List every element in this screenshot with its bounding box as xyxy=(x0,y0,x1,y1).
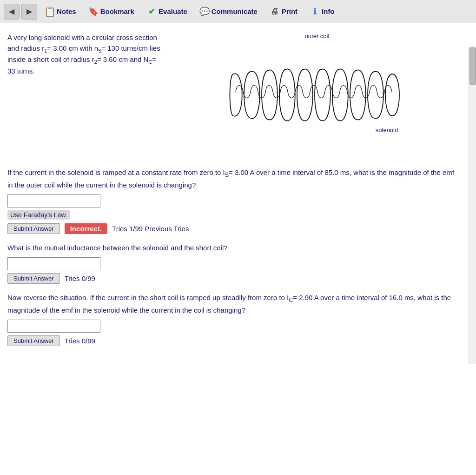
solenoid-text: solenoid xyxy=(376,127,398,134)
diagram-area: outer coil xyxy=(175,33,459,144)
bookmark-button[interactable]: 🔖 Bookmark xyxy=(84,5,139,19)
question3-tries: Tries 0/99 xyxy=(65,337,95,345)
print-label: Print xyxy=(282,7,298,15)
forward-button[interactable]: ▶ xyxy=(21,4,37,20)
question3-input[interactable] xyxy=(7,320,100,333)
question2-submit-button[interactable]: Submit Answer xyxy=(7,273,60,284)
bookmark-icon: 🔖 xyxy=(88,7,99,17)
nav-buttons: ◀ ▶ xyxy=(4,4,37,20)
toolbar: ◀ ▶ 📋 Notes 🔖 Bookmark ✔ Evaluate 💬 Comm… xyxy=(0,0,476,23)
notes-icon: 📋 xyxy=(45,7,55,17)
scrollbar-thumb[interactable] xyxy=(469,47,476,85)
forward-icon: ▶ xyxy=(26,7,32,16)
question1-submit-row: Submit Answer Incorrect. Tries 1/99 Prev… xyxy=(7,223,459,234)
question2-submit-row: Submit Answer Tries 0/99 xyxy=(7,273,459,284)
evaluate-button[interactable]: ✔ Evaluate xyxy=(142,5,192,19)
question3-submit-row: Submit Answer Tries 0/99 xyxy=(7,335,459,346)
info-button[interactable]: ℹ Info xyxy=(305,5,339,19)
incorrect-badge: Incorrect. xyxy=(65,223,107,234)
print-icon: 🖨 xyxy=(270,7,280,17)
question2-text: What is the mutual inductance between th… xyxy=(7,242,459,254)
solenoid-diagram: solenoid xyxy=(219,41,415,144)
question2-tries: Tries 0/99 xyxy=(65,274,95,282)
question3-submit-button[interactable]: Submit Answer xyxy=(7,335,60,346)
evaluate-icon: ✔ xyxy=(146,7,157,17)
question1-tries: Tries 1/99 Previous Tries xyxy=(112,225,189,233)
back-icon: ◀ xyxy=(9,7,14,16)
info-label: Info xyxy=(322,7,335,15)
question1-block: If the current in the solenoid is ramped… xyxy=(7,167,459,234)
hint-text: Use Faraday's Law. xyxy=(7,210,70,220)
communicate-button[interactable]: 💬 Communicate xyxy=(195,5,262,19)
back-button[interactable]: ◀ xyxy=(4,4,20,20)
question2-block: What is the mutual inductance between th… xyxy=(7,242,459,284)
question1-text: If the current in the solenoid is ramped… xyxy=(7,167,459,191)
outer-coil-label: outer coil xyxy=(305,33,330,40)
scrollbar[interactable] xyxy=(469,47,476,364)
problem-header: A very long solenoid with a circular cro… xyxy=(7,33,459,144)
question1-submit-button[interactable]: Submit Answer xyxy=(7,223,60,234)
question3-block: Now reverse the situation. If the curren… xyxy=(7,292,459,346)
notes-button[interactable]: 📋 Notes xyxy=(40,5,81,19)
question3-text: Now reverse the situation. If the curren… xyxy=(7,292,459,316)
question2-input[interactable] xyxy=(7,257,100,270)
question1-input[interactable] xyxy=(7,194,100,207)
print-button[interactable]: 🖨 Print xyxy=(265,5,302,19)
communicate-icon: 💬 xyxy=(199,7,210,17)
solenoid-coils xyxy=(230,69,400,120)
notes-label: Notes xyxy=(57,7,76,15)
info-icon: ℹ xyxy=(310,7,320,17)
evaluate-label: Evaluate xyxy=(159,7,187,15)
communicate-label: Communicate xyxy=(212,7,258,15)
bookmark-label: Bookmark xyxy=(100,7,134,15)
main-content: A very long solenoid with a circular cro… xyxy=(0,23,469,364)
problem-description: A very long solenoid with a circular cro… xyxy=(7,33,165,76)
